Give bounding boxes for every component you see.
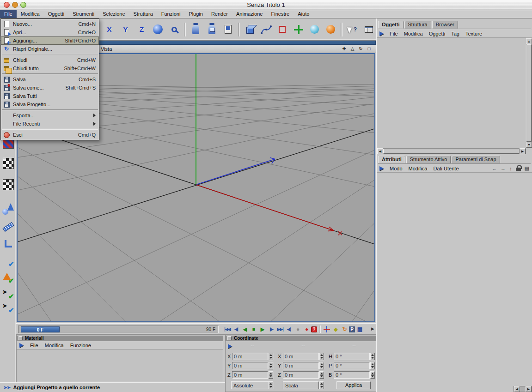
menu-animazione[interactable]: Animazione	[232, 10, 267, 18]
menu-item-salva-progetto[interactable]: Salva Progetto...	[1, 100, 99, 109]
coordinates-panel-header[interactable]: Coordinate	[226, 335, 376, 341]
pos-y-field[interactable]: 0 m	[232, 362, 268, 369]
layout-button[interactable]	[361, 21, 376, 38]
parent-object-icon[interactable]: ↑	[509, 166, 512, 171]
panel-menu-icon[interactable]	[379, 166, 384, 171]
scale-mode-arrows[interactable]	[319, 381, 324, 389]
menu-item-chiudi-tutto[interactable]: Chiudi tutto Shift+Cmd+W	[1, 64, 99, 72]
dolly-view-icon[interactable]: △	[349, 46, 355, 52]
tab-attributi[interactable]: Attributi	[378, 156, 405, 163]
goto-start-button[interactable]: |◀◀	[223, 325, 232, 333]
zoom-button[interactable]	[166, 21, 182, 38]
size-z-stepper[interactable]	[319, 371, 324, 379]
edges-mode-button[interactable]: ✔	[2, 271, 14, 284]
maximize-button[interactable]	[20, 2, 26, 8]
menu-item-esporta[interactable]: Esporta...	[1, 111, 99, 120]
stop-button[interactable]: ■	[250, 325, 258, 333]
objects-menu-tag[interactable]: Tag	[451, 31, 459, 36]
objects-menu-texture[interactable]: Texture	[465, 31, 482, 36]
size-y-stepper[interactable]	[319, 362, 324, 369]
menu-plugin[interactable]: Plugin	[184, 10, 207, 18]
history-forward-icon[interactable]: →	[501, 166, 506, 171]
record-position-toggle[interactable]	[323, 325, 331, 333]
record-button[interactable]: ●	[294, 325, 302, 333]
menu-item-salva-come[interactable]: Salva come... Shift+Cmd+S	[1, 84, 99, 92]
menu-item-salva[interactable]: Salva Cmd+S	[1, 75, 99, 84]
rot-b-field[interactable]: 0 °	[334, 371, 370, 379]
rot-h-field[interactable]: 0 °	[334, 353, 370, 360]
record-scale-toggle[interactable]: ◆	[331, 325, 340, 333]
lock-x-axis-button[interactable]: X	[102, 21, 117, 38]
texture-axis-mode-button[interactable]	[2, 178, 14, 191]
materials-menu-modifica[interactable]: Modifica	[45, 343, 64, 348]
minimize-button[interactable]	[12, 2, 18, 8]
menu-item-riapri-originale[interactable]: ↻ Riapri Originale...	[1, 45, 99, 53]
pos-y-stepper[interactable]	[269, 362, 273, 369]
measure-tool-button[interactable]	[2, 221, 14, 233]
play-button[interactable]: ▶	[258, 325, 267, 333]
polygons-mode-button[interactable]: ➤✔	[2, 287, 14, 300]
menu-funzioni[interactable]: Funzioni	[157, 10, 185, 18]
objects-menu-modifica[interactable]: Modifica	[404, 31, 423, 36]
model-mode-button[interactable]	[2, 202, 14, 215]
tab-oggetti[interactable]: Oggetti	[378, 21, 404, 29]
rotate-view-icon[interactable]: ↻	[358, 46, 364, 52]
scroll-left-icon[interactable]: ◀	[514, 386, 520, 392]
next-key-button[interactable]: |▶	[267, 325, 275, 333]
size-x-field[interactable]: 0 m	[283, 353, 319, 360]
menu-item-file-recenti[interactable]: File Recenti	[1, 120, 99, 128]
window-titlebar[interactable]: Senza Titolo 1	[0, 0, 532, 10]
add-primitive-button[interactable]	[242, 21, 257, 38]
size-x-stepper[interactable]	[319, 353, 324, 360]
viewport-menu-vista[interactable]: Vista	[101, 46, 112, 52]
rot-b-stepper[interactable]	[370, 371, 375, 379]
rot-h-stepper[interactable]	[370, 353, 375, 360]
panel-menu-icon[interactable]	[379, 31, 384, 36]
scroll-up-icon[interactable]: ▲	[526, 38, 532, 44]
snap-enable-button[interactable]: ➤✔	[2, 301, 14, 314]
scroll-left-icon[interactable]: ◀	[377, 148, 383, 154]
environment-button[interactable]	[323, 21, 338, 38]
scrollbar-thumb[interactable]	[526, 44, 532, 142]
previous-key-button[interactable]: ◀|	[232, 325, 240, 333]
scroll-right-icon[interactable]: ▶	[526, 386, 532, 392]
menu-item-esci[interactable]: Esci Cmd+Q	[1, 131, 99, 139]
size-y-field[interactable]: 0 m	[283, 362, 319, 369]
menu-finestre[interactable]: Finestre	[267, 10, 294, 18]
lock-icon[interactable]	[516, 165, 521, 171]
sound-toggle-button[interactable]: ◀)	[285, 325, 293, 333]
coordinate-system-button[interactable]	[150, 21, 165, 38]
pos-x-stepper[interactable]	[269, 353, 273, 360]
panel-mode-icon[interactable]: ▤	[525, 165, 529, 171]
scroll-right-icon[interactable]: ▶	[520, 148, 526, 154]
panel-menu-icon[interactable]	[19, 343, 24, 348]
render-picture-viewer-button[interactable]	[204, 21, 220, 38]
position-mode-dropdown[interactable]: Assolute	[231, 381, 269, 389]
apply-button[interactable]: Applica	[336, 381, 371, 389]
position-mode-arrows[interactable]	[269, 381, 273, 389]
objects-menu-file[interactable]: File	[390, 31, 398, 36]
render-settings-button[interactable]	[220, 21, 236, 38]
workplane-mode-button[interactable]	[2, 237, 14, 250]
scale-mode-dropdown[interactable]: Scala	[283, 381, 319, 389]
menu-aiuto[interactable]: Aiuto	[294, 10, 313, 18]
menu-item-salva-tutti[interactable]: Salva Tutti	[1, 92, 99, 100]
new-material-button[interactable]	[307, 21, 322, 38]
object-list[interactable]	[377, 38, 526, 148]
rot-p-stepper[interactable]	[370, 362, 375, 369]
history-back-icon[interactable]: ←	[492, 166, 497, 171]
timeline-expand-icon[interactable]: ▶	[371, 326, 374, 331]
play-backward-button[interactable]: ◀	[241, 325, 249, 333]
record-rotation-toggle[interactable]: ↻	[340, 325, 349, 333]
menu-render[interactable]: Render	[207, 10, 232, 18]
render-view-button[interactable]	[188, 21, 203, 38]
objects-menu-oggetti[interactable]: Oggetti	[429, 31, 445, 36]
attributes-menu-modifica[interactable]: Modifica	[409, 166, 428, 171]
menu-modifica[interactable]: Modifica	[17, 10, 44, 18]
tab-parametri-di-snap[interactable]: Parametri di Snap	[452, 156, 500, 163]
menu-item-chiudi[interactable]: Chiudi Cmd+W	[1, 56, 99, 64]
materials-panel-header[interactable]: Materiali	[17, 335, 223, 341]
panel-menu-icon[interactable]	[228, 344, 232, 349]
attributes-body[interactable]	[377, 173, 532, 385]
timeline-help-icon[interactable]: ?	[311, 326, 317, 332]
